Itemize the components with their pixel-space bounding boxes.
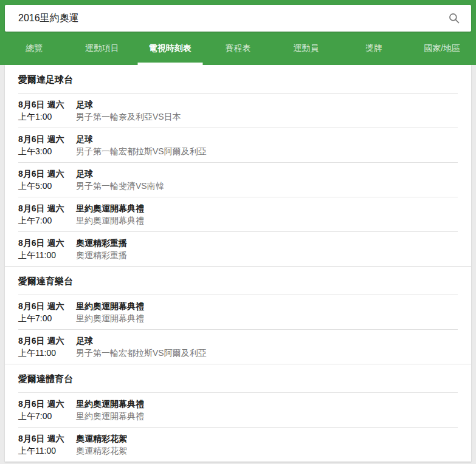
row-time: 上午1:00 xyxy=(18,111,76,123)
program-subtitle: 里約奧運開幕典禮 xyxy=(76,410,458,422)
program-title: 奧運精彩重播 xyxy=(76,237,458,249)
row-time: 上午3:00 xyxy=(18,145,76,157)
program-subtitle: 奧運精彩重播 xyxy=(76,249,458,261)
row-program: 里約奧運開幕典禮 里約奧運開幕典禮 xyxy=(76,398,458,422)
tab-sports[interactable]: 運動項目 xyxy=(68,32,136,65)
row-datetime: 8月6日 週六 上午5:00 xyxy=(18,168,76,192)
schedule-row: 8月6日 週六 上午1:00 足球 男子第一輪奈及利亞VS日本 xyxy=(5,94,471,128)
tab-medals[interactable]: 獎牌 xyxy=(340,32,408,65)
row-datetime: 8月6日 週六 上午11:00 xyxy=(18,432,76,457)
row-program: 里約奧運開幕典禮 里約奧運開幕典禮 xyxy=(76,300,458,324)
row-program: 足球 男子第一輪斐濟VS南韓 xyxy=(76,168,458,192)
program-subtitle: 奧運精彩花絮 xyxy=(76,445,458,457)
row-program: 足球 男子第一輪宏都拉斯VS阿爾及利亞 xyxy=(76,335,458,359)
row-date: 8月6日 週六 xyxy=(18,237,76,249)
tab-label: 總覽 xyxy=(26,43,43,54)
tab-label: 運動員 xyxy=(293,43,319,54)
row-date: 8月6日 週六 xyxy=(18,202,76,214)
search-input[interactable]: 2016里約奧運 xyxy=(18,12,447,25)
tab-overview[interactable]: 總覽 xyxy=(0,32,68,65)
row-datetime: 8月6日 週六 上午11:00 xyxy=(18,335,76,359)
schedule-row: 8月6日 週六 上午11:00 足球 男子第一輪宏都拉斯VS阿爾及利亞 xyxy=(5,330,471,364)
search-button[interactable] xyxy=(447,11,461,26)
row-time: 上午11:00 xyxy=(18,445,76,457)
tab-label: 運動項目 xyxy=(85,43,119,54)
row-date: 8月6日 週六 xyxy=(18,398,76,410)
program-title: 足球 xyxy=(76,98,458,111)
channel-section-elta-variety: 愛爾達育樂台 8月6日 週六 上午7:00 里約奧運開幕典禮 里約奧運開幕典禮 … xyxy=(5,266,471,364)
row-program: 足球 男子第一輪宏都拉斯VS阿爾及利亞 xyxy=(76,133,458,157)
tv-schedule-card: 愛爾達足球台 8月6日 週六 上午1:00 足球 男子第一輪奈及利亞VS日本 8… xyxy=(5,65,471,462)
channel-title: 愛爾達體育台 xyxy=(5,364,471,392)
row-program: 奧運精彩重播 奧運精彩重播 xyxy=(76,237,458,261)
tab-tv-schedule[interactable]: 電視時刻表 xyxy=(136,32,204,65)
search-bar[interactable]: 2016里約奧運 xyxy=(5,5,471,32)
channel-title: 愛爾達足球台 xyxy=(5,65,471,93)
program-subtitle: 男子第一輪宏都拉斯VS阿爾及利亞 xyxy=(76,347,458,359)
row-datetime: 8月6日 週六 上午11:00 xyxy=(18,237,76,261)
program-title: 足球 xyxy=(76,133,458,145)
channel-section-elta-football: 愛爾達足球台 8月6日 週六 上午1:00 足球 男子第一輪奈及利亞VS日本 8… xyxy=(5,65,471,266)
tab-label: 電視時刻表 xyxy=(149,43,191,54)
schedule-row: 8月6日 週六 上午7:00 里約奧運開幕典禮 里約奧運開幕典禮 xyxy=(5,295,471,329)
program-title: 足球 xyxy=(76,335,458,347)
program-title: 里約奧運開幕典禮 xyxy=(76,398,458,410)
row-datetime: 8月6日 週六 上午7:00 xyxy=(18,398,76,422)
channel-section-elta-sports: 愛爾達體育台 8月6日 週六 上午7:00 里約奧運開幕典禮 里約奧運開幕典禮 … xyxy=(5,364,471,462)
row-time: 上午5:00 xyxy=(18,180,76,192)
row-date: 8月6日 週六 xyxy=(18,335,76,347)
row-time: 上午7:00 xyxy=(18,312,76,324)
program-subtitle: 男子第一輪宏都拉斯VS阿爾及利亞 xyxy=(76,145,458,157)
row-datetime: 8月6日 週六 上午7:00 xyxy=(18,202,76,227)
schedule-row: 8月6日 週六 上午3:00 足球 男子第一輪宏都拉斯VS阿爾及利亞 xyxy=(5,128,471,162)
schedule-row: 8月6日 週六 上午5:00 足球 男子第一輪斐濟VS南韓 xyxy=(5,163,471,197)
tab-event-schedule[interactable]: 賽程表 xyxy=(204,32,272,65)
row-program: 足球 男子第一輪奈及利亞VS日本 xyxy=(76,98,458,123)
row-date: 8月6日 週六 xyxy=(18,98,76,111)
row-time: 上午11:00 xyxy=(18,347,76,359)
schedule-row: 8月6日 週六 上午7:00 里約奧運開幕典禮 里約奧運開幕典禮 xyxy=(5,197,471,231)
row-date: 8月6日 週六 xyxy=(18,133,76,145)
program-title: 里約奧運開幕典禮 xyxy=(76,300,458,312)
tab-label: 賽程表 xyxy=(226,43,251,54)
tab-countries[interactable]: 國家/地區 xyxy=(408,32,476,65)
program-title: 奧運精彩花絮 xyxy=(76,432,458,445)
schedule-row: 8月6日 週六 上午7:00 里約奧運開幕典禮 里約奧運開幕典禮 xyxy=(5,393,471,427)
olympics-header: 2016里約奧運 總覽 運動項目 電視時刻表 賽程表 運動員 xyxy=(0,0,476,65)
row-time: 上午7:00 xyxy=(18,410,76,422)
program-title: 里約奧運開幕典禮 xyxy=(76,202,458,214)
row-time: 上午7:00 xyxy=(18,214,76,227)
row-program: 里約奧運開幕典禮 里約奧運開幕典禮 xyxy=(76,202,458,227)
row-program: 奧運精彩花絮 奧運精彩花絮 xyxy=(76,432,458,457)
row-date: 8月6日 週六 xyxy=(18,300,76,312)
row-datetime: 8月6日 週六 上午7:00 xyxy=(18,300,76,324)
row-date: 8月6日 週六 xyxy=(18,432,76,445)
row-time: 上午11:00 xyxy=(18,249,76,261)
row-date: 8月6日 週六 xyxy=(18,168,76,180)
active-tab-indicator xyxy=(137,63,202,65)
channel-title: 愛爾達育樂台 xyxy=(5,267,471,295)
row-datetime: 8月6日 週六 上午1:00 xyxy=(18,98,76,123)
schedule-row: 8月6日 週六 上午11:00 奧運精彩重播 奧運精彩重播 xyxy=(5,232,471,266)
tab-label: 獎牌 xyxy=(365,43,382,54)
tab-bar: 總覽 運動項目 電視時刻表 賽程表 運動員 獎牌 國家/地區 xyxy=(0,32,476,65)
program-subtitle: 男子第一輪奈及利亞VS日本 xyxy=(76,111,458,123)
search-icon xyxy=(448,12,460,24)
program-title: 足球 xyxy=(76,168,458,180)
schedule-row: 8月6日 週六 上午11:00 奧運精彩花絮 奧運精彩花絮 xyxy=(5,428,471,462)
program-subtitle: 里約奧運開幕典禮 xyxy=(76,312,458,324)
row-datetime: 8月6日 週六 上午3:00 xyxy=(18,133,76,157)
tab-athletes[interactable]: 運動員 xyxy=(272,32,340,65)
tab-label: 國家/地區 xyxy=(424,43,460,54)
program-subtitle: 里約奧運開幕典禮 xyxy=(76,214,458,227)
program-subtitle: 男子第一輪斐濟VS南韓 xyxy=(76,180,458,192)
